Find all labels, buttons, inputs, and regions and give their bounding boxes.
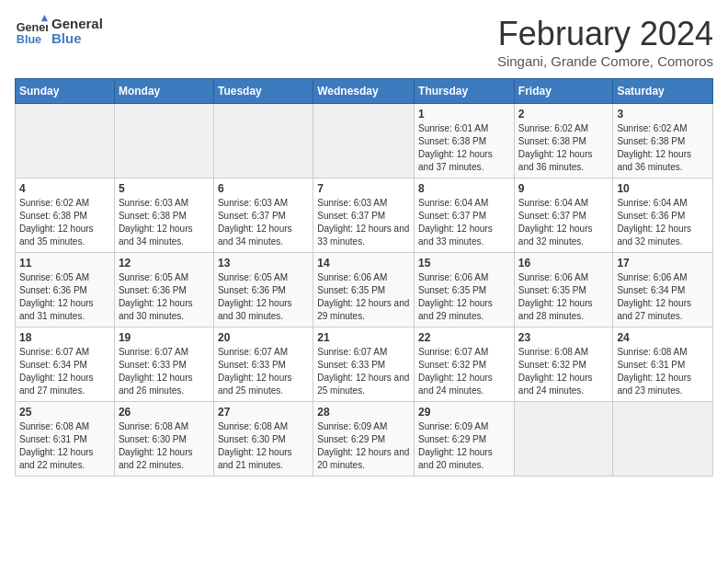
calendar-cell: 18Sunrise: 6:07 AM Sunset: 6:34 PM Dayli…: [16, 327, 115, 402]
day-info: Sunrise: 6:02 AM Sunset: 6:38 PM Dayligh…: [617, 122, 709, 174]
calendar-cell: 15Sunrise: 6:06 AM Sunset: 6:35 PM Dayli…: [415, 253, 515, 327]
column-header-saturday: Saturday: [613, 79, 713, 104]
column-header-wednesday: Wednesday: [313, 79, 415, 104]
day-info: Sunrise: 6:01 AM Sunset: 6:38 PM Dayligh…: [418, 122, 510, 174]
day-number: 16: [518, 257, 609, 270]
calendar-week-4: 18Sunrise: 6:07 AM Sunset: 6:34 PM Dayli…: [16, 327, 713, 402]
day-number: 2: [518, 108, 609, 121]
column-header-tuesday: Tuesday: [213, 79, 313, 104]
day-info: Sunrise: 6:02 AM Sunset: 6:38 PM Dayligh…: [19, 197, 110, 248]
day-number: 26: [119, 406, 210, 419]
day-number: 6: [218, 182, 309, 195]
calendar-cell: 17Sunrise: 6:06 AM Sunset: 6:34 PM Dayli…: [613, 253, 713, 327]
calendar-week-3: 11Sunrise: 6:05 AM Sunset: 6:36 PM Dayli…: [16, 253, 713, 327]
calendar-cell: 24Sunrise: 6:08 AM Sunset: 6:31 PM Dayli…: [613, 327, 713, 402]
day-number: 10: [617, 182, 709, 195]
day-info: Sunrise: 6:07 AM Sunset: 6:34 PM Dayligh…: [19, 346, 110, 397]
day-info: Sunrise: 6:06 AM Sunset: 6:35 PM Dayligh…: [518, 271, 609, 323]
column-header-monday: Monday: [114, 79, 213, 104]
day-info: Sunrise: 6:03 AM Sunset: 6:37 PM Dayligh…: [317, 197, 410, 248]
calendar-cell: 9Sunrise: 6:04 AM Sunset: 6:37 PM Daylig…: [514, 178, 613, 253]
day-info: Sunrise: 6:08 AM Sunset: 6:31 PM Dayligh…: [617, 346, 709, 397]
day-info: Sunrise: 6:04 AM Sunset: 6:36 PM Dayligh…: [617, 197, 709, 248]
calendar-cell: 27Sunrise: 6:08 AM Sunset: 6:30 PM Dayli…: [213, 402, 313, 477]
column-header-friday: Friday: [514, 79, 613, 104]
day-number: 20: [218, 331, 309, 344]
calendar-cell: [613, 402, 713, 477]
calendar-table: SundayMondayTuesdayWednesdayThursdayFrid…: [15, 78, 713, 477]
logo: General Blue General Blue: [15, 15, 103, 48]
location-subtitle: Singani, Grande Comore, Comoros: [497, 53, 713, 69]
calendar-cell: 21Sunrise: 6:07 AM Sunset: 6:33 PM Dayli…: [313, 327, 415, 402]
day-info: Sunrise: 6:08 AM Sunset: 6:30 PM Dayligh…: [218, 420, 309, 472]
day-number: 7: [317, 182, 410, 195]
day-info: Sunrise: 6:03 AM Sunset: 6:37 PM Dayligh…: [218, 197, 309, 248]
calendar-cell: 2Sunrise: 6:02 AM Sunset: 6:38 PM Daylig…: [514, 104, 613, 178]
calendar-cell: [213, 104, 313, 178]
day-number: 11: [19, 257, 110, 270]
day-info: Sunrise: 6:07 AM Sunset: 6:32 PM Dayligh…: [418, 346, 510, 397]
calendar-cell: 14Sunrise: 6:06 AM Sunset: 6:35 PM Dayli…: [313, 253, 415, 327]
calendar-cell: [114, 104, 213, 178]
day-number: 19: [119, 331, 210, 344]
calendar-week-1: 1Sunrise: 6:01 AM Sunset: 6:38 PM Daylig…: [16, 104, 713, 178]
day-number: 25: [19, 406, 110, 419]
day-info: Sunrise: 6:09 AM Sunset: 6:29 PM Dayligh…: [317, 420, 410, 472]
day-info: Sunrise: 6:06 AM Sunset: 6:35 PM Dayligh…: [418, 271, 510, 323]
svg-text:Blue: Blue: [17, 33, 41, 46]
day-number: 13: [218, 257, 309, 270]
day-number: 23: [518, 331, 609, 344]
day-info: Sunrise: 6:05 AM Sunset: 6:36 PM Dayligh…: [19, 271, 110, 323]
calendar-cell: 11Sunrise: 6:05 AM Sunset: 6:36 PM Dayli…: [16, 253, 115, 327]
day-info: Sunrise: 6:07 AM Sunset: 6:33 PM Dayligh…: [119, 346, 210, 397]
day-info: Sunrise: 6:08 AM Sunset: 6:30 PM Dayligh…: [119, 420, 210, 472]
day-info: Sunrise: 6:08 AM Sunset: 6:32 PM Dayligh…: [518, 346, 609, 397]
day-number: 12: [119, 257, 210, 270]
day-number: 14: [317, 257, 410, 270]
month-title: February 2024: [497, 15, 713, 53]
calendar-header-row: SundayMondayTuesdayWednesdayThursdayFrid…: [16, 79, 713, 104]
day-info: Sunrise: 6:07 AM Sunset: 6:33 PM Dayligh…: [317, 346, 410, 397]
logo-text-general: General: [51, 17, 103, 32]
calendar-week-5: 25Sunrise: 6:08 AM Sunset: 6:31 PM Dayli…: [16, 402, 713, 477]
header: General Blue General Blue February 2024 …: [15, 15, 713, 69]
day-number: 8: [418, 182, 510, 195]
calendar-cell: 13Sunrise: 6:05 AM Sunset: 6:36 PM Dayli…: [213, 253, 313, 327]
calendar-cell: 25Sunrise: 6:08 AM Sunset: 6:31 PM Dayli…: [16, 402, 115, 477]
day-number: 3: [617, 108, 709, 121]
day-info: Sunrise: 6:04 AM Sunset: 6:37 PM Dayligh…: [418, 197, 510, 248]
calendar-cell: [514, 402, 613, 477]
day-number: 18: [19, 331, 110, 344]
calendar-cell: 29Sunrise: 6:09 AM Sunset: 6:29 PM Dayli…: [415, 402, 515, 477]
calendar-cell: 8Sunrise: 6:04 AM Sunset: 6:37 PM Daylig…: [415, 178, 515, 253]
calendar-cell: 23Sunrise: 6:08 AM Sunset: 6:32 PM Dayli…: [514, 327, 613, 402]
calendar-cell: 10Sunrise: 6:04 AM Sunset: 6:36 PM Dayli…: [613, 178, 713, 253]
calendar-cell: 5Sunrise: 6:03 AM Sunset: 6:38 PM Daylig…: [114, 178, 213, 253]
calendar-cell: [16, 104, 115, 178]
day-number: 27: [218, 406, 309, 419]
day-number: 29: [418, 406, 510, 419]
day-number: 15: [418, 257, 510, 270]
calendar-cell: 4Sunrise: 6:02 AM Sunset: 6:38 PM Daylig…: [16, 178, 115, 253]
calendar-cell: 6Sunrise: 6:03 AM Sunset: 6:37 PM Daylig…: [213, 178, 313, 253]
day-number: 1: [418, 108, 510, 121]
calendar-cell: 19Sunrise: 6:07 AM Sunset: 6:33 PM Dayli…: [114, 327, 213, 402]
day-info: Sunrise: 6:04 AM Sunset: 6:37 PM Dayligh…: [518, 197, 609, 248]
logo-icon: General Blue: [15, 15, 48, 48]
day-number: 5: [119, 182, 210, 195]
day-number: 28: [317, 406, 410, 419]
day-info: Sunrise: 6:02 AM Sunset: 6:38 PM Dayligh…: [518, 122, 609, 174]
day-info: Sunrise: 6:09 AM Sunset: 6:29 PM Dayligh…: [418, 420, 510, 472]
day-info: Sunrise: 6:08 AM Sunset: 6:31 PM Dayligh…: [19, 420, 110, 472]
calendar-cell: 26Sunrise: 6:08 AM Sunset: 6:30 PM Dayli…: [114, 402, 213, 477]
calendar-cell: 3Sunrise: 6:02 AM Sunset: 6:38 PM Daylig…: [613, 104, 713, 178]
day-number: 17: [617, 257, 709, 270]
day-number: 24: [617, 331, 709, 344]
day-info: Sunrise: 6:05 AM Sunset: 6:36 PM Dayligh…: [119, 271, 210, 323]
logo-text-blue: Blue: [51, 31, 103, 47]
day-info: Sunrise: 6:05 AM Sunset: 6:36 PM Dayligh…: [218, 271, 309, 323]
day-number: 9: [518, 182, 609, 195]
day-number: 4: [19, 182, 110, 195]
calendar-cell: [313, 104, 415, 178]
day-number: 21: [317, 331, 410, 344]
